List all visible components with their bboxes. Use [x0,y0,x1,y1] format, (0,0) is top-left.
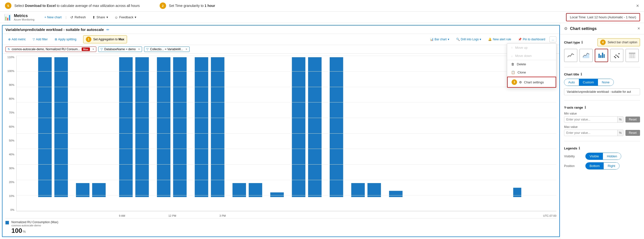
legends-info-icon[interactable]: ℹ [579,146,580,150]
svg-rect-7 [173,57,186,197]
new-alert-rule-button[interactable]: 🔔 New alert rule [485,36,514,42]
menu-move-up[interactable]: ↑ Move up [507,44,556,52]
chart-type-table-button[interactable] [626,49,639,62]
svg-rect-2 [76,183,90,197]
y-label-20: 20% [6,180,16,184]
feedback-button[interactable]: ☺ Feedback ▾ [112,14,139,20]
max-reset-button[interactable]: Reset [626,130,640,136]
chart-title-none-button[interactable]: None [598,79,614,86]
filter-chip-col-label: Collectio... = VariableW... [150,48,183,51]
filter-chip-col-icon: ▽ [146,48,148,51]
pin-to-dashboard-button[interactable]: 📌 Pin to dashboard [515,36,548,42]
drill-logs-icon: 🔍 [456,38,460,41]
chart-title-info-icon[interactable]: ℹ [581,72,582,76]
gear-icon: ⚙ [519,80,522,84]
settings-close-button[interactable]: × [637,26,640,31]
position-right-button[interactable]: Right [604,162,619,169]
filter-chip-db[interactable]: ▽ DatabaseName = demo × [98,46,142,52]
svg-rect-8 [195,57,208,197]
chart-type-area-button[interactable] [580,49,593,62]
svg-point-30 [618,57,619,58]
menu-move-down[interactable]: ↓ Move down [507,52,556,60]
chart-type-bar-button[interactable] [595,49,608,62]
svg-rect-22 [600,55,602,58]
add-metric-icon: ⊕ [8,38,11,41]
svg-point-28 [618,53,620,54]
tip-badge-2: 2 [160,2,166,9]
chart-title-settings-label: Chart title [564,72,579,76]
filter-chip-col[interactable]: ▽ Collectio... = VariableW... × [144,46,190,52]
chart-title-edit-icon[interactable]: ✏ [106,28,110,32]
chart-type-line-button[interactable] [564,49,578,62]
chart-title-custom-button[interactable]: Custom [579,79,598,86]
tip-badge-5: 5 [5,2,12,9]
svg-rect-14 [308,57,322,197]
filter-chip-col-close-icon[interactable]: × [186,48,187,51]
drill-into-logs-button[interactable]: 🔍 Drill into Logs ▾ [454,36,484,42]
filter-chip-db-close-icon[interactable]: × [138,48,140,51]
chart-title: Variable/unpredictable workload - suitab… [6,28,104,32]
min-reset-button[interactable]: Reset [626,116,640,122]
refresh-button[interactable]: ↺ Refresh [68,14,88,20]
legend-value: 100 [12,227,22,234]
app-logo: 📊 Metrics Azure Monitoring [4,13,34,21]
chart-title-auto-button[interactable]: Auto [564,79,579,86]
share-button[interactable]: ⬆ Share ▾ [90,14,111,20]
chart-type-info-icon[interactable]: ℹ [582,40,582,44]
y-label-100: 100% [6,70,16,72]
max-value-input[interactable] [564,130,617,136]
svg-rect-31 [629,53,635,54]
add-metric-button[interactable]: ⊕ Add metric [6,36,28,42]
svg-rect-16 [351,183,365,197]
metric-chip[interactable]: ↻ cosmos-autoscale-demo, Normalized RU C… [6,46,96,52]
svg-rect-0 [38,57,52,197]
svg-rect-24 [604,54,605,58]
svg-rect-32 [629,54,635,55]
legend-name: Normalized RU Consumption (Max) [12,220,58,224]
svg-rect-3 [92,183,106,197]
add-filter-button[interactable]: ▽ Add filter [30,36,50,42]
y-axis-info-icon[interactable]: ℹ [584,106,586,109]
legends-label: Legends [564,146,577,150]
arrow-down-icon: ↓ [511,54,513,58]
y-label-50: 50% [6,139,16,142]
svg-rect-21 [598,54,600,58]
settings-panel: ⚙ Chart settings × Chart type ℹ 4 Sele [560,23,644,239]
x-label-12pm: 12 PM [168,214,176,217]
chart-type-scatter-button[interactable] [610,49,624,62]
aggregation-badge: 1 [86,36,91,42]
share-icon: ⬆ [92,15,95,19]
y-axis-range-label: Y-axis range [564,106,583,109]
alert-icon: 🔔 [488,38,492,41]
svg-rect-11 [249,183,262,197]
time-range-button[interactable]: Local Time: Last 12 hours (Automatic - 1… [566,13,640,21]
x-label-9am: 9 AM [119,214,125,217]
new-chart-button[interactable]: + New chart [42,14,64,20]
context-dropdown: ↑ Move up ↓ Move down 🗑 Delete 📋 Clon [507,43,556,88]
position-label: Position [564,164,582,168]
close-top-button[interactable]: × [636,3,639,9]
share-chevron-icon: ▾ [106,15,108,19]
visibility-visible-button[interactable]: Visible [586,153,603,160]
legend-color-swatch [6,221,9,224]
position-bottom-button[interactable]: Bottom [586,162,604,169]
more-button[interactable]: ... [550,36,556,42]
svg-rect-12 [270,192,284,197]
drill-logs-chevron-icon: ▾ [480,38,481,41]
visibility-hidden-button[interactable]: Hidden [603,153,621,160]
svg-rect-4 [119,57,133,197]
bar-chart-icon: 📊 [430,38,434,41]
menu-chart-settings[interactable]: 3 ⚙ Chart settings [507,77,556,88]
metric-chip-label: cosmos-autoscale-demo, Normalized RU Con… [12,48,80,51]
apply-splitting-button[interactable]: ⊞ Apply splitting [52,36,79,42]
svg-rect-5 [136,57,149,197]
chart-title-input[interactable] [564,88,640,95]
menu-clone[interactable]: 📋 Clone [507,68,556,76]
bar-chart-button[interactable]: 📊 Bar chart ▾ [427,36,452,42]
chart-type-tip-text: Select bar chart option [608,40,637,44]
feedback-icon: ☺ [114,15,118,19]
min-value-input[interactable] [564,116,617,122]
metric-chip-close-icon[interactable]: × [92,48,94,51]
svg-rect-1 [54,57,68,197]
menu-delete[interactable]: 🗑 Delete [507,60,556,68]
